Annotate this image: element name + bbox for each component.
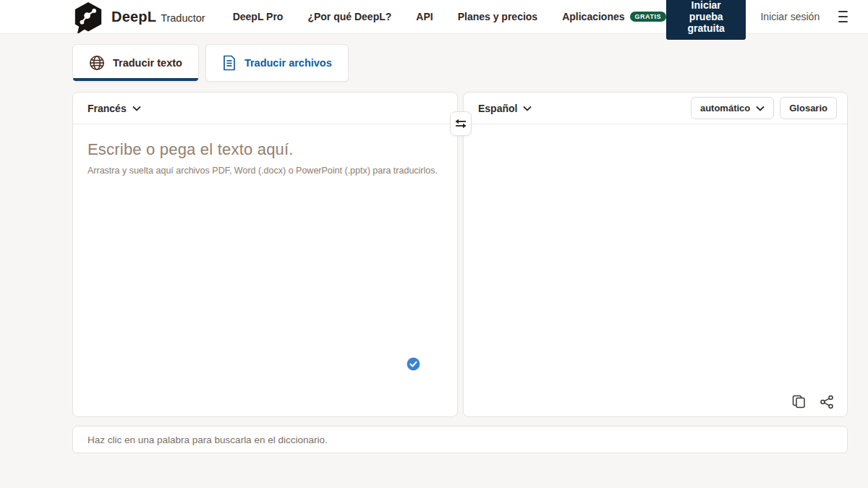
nav-item-label: DeepL Pro [233,11,284,22]
nav-item-why-deepl[interactable]: ¿Por qué DeepL? [307,11,391,22]
document-icon [222,55,237,71]
chevron-down-icon [132,106,141,111]
glossary-button[interactable]: Glosario [780,97,837,119]
source-text-input[interactable]: Escribe o pega el texto aquí. Arrastra y… [73,124,457,176]
swap-languages-button[interactable] [450,111,472,136]
login-link[interactable]: Iniciar sesión [760,11,820,22]
dictionary-bar[interactable]: Haz clic en una palabra para buscarla en… [72,426,848,453]
brand-name: DeepL [111,9,156,25]
copy-icon[interactable] [791,394,807,409]
globe-icon [89,55,105,71]
hamburger-menu-icon[interactable] [838,11,848,22]
chevron-down-icon [756,106,765,111]
nav-item-plans-prices[interactable]: Planes y precios [458,11,538,22]
chevron-down-icon [523,106,532,111]
tab-label: Traducir texto [113,57,182,69]
target-panel: Español automático Glosario [463,92,848,417]
source-language-label: Francés [88,103,127,114]
nav-item-api[interactable]: API [416,11,433,22]
brand-subtitle: Traductor [161,12,205,24]
nav-item-label: API [416,11,433,22]
nav-item-label: Planes y precios [458,11,538,22]
source-panel: Francés Escribe o pega el texto aquí. Ar… [72,92,458,417]
dictionary-hint-text: Haz clic en una palabra para buscarla en… [88,435,328,445]
output-actions [791,394,834,409]
start-free-trial-button[interactable]: Iniciar prueba gratuita [666,0,746,40]
input-placeholder-subtitle: Arrastra y suelta aquí archivos PDF, Wor… [88,166,443,176]
nav-item-label: Aplicaciones [562,11,624,22]
top-navigation-bar: DeepL Traductor DeepL Pro ¿Por qué DeepL… [0,0,868,34]
translator-workspace: Francés Escribe o pega el texto aquí. Ar… [0,92,868,417]
target-text-output[interactable] [464,124,847,140]
deepl-hexagon-icon [72,1,104,33]
formality-dropdown[interactable]: automático [691,97,774,119]
tab-label: Traducir archivos [244,57,332,69]
deepl-logo[interactable]: DeepL Traductor [72,0,205,33]
main-nav: DeepL Pro ¿Por qué DeepL? API Planes y p… [233,11,666,22]
input-placeholder-title: Escribe o pega el texto aquí. [88,140,443,159]
nav-item-deepl-pro[interactable]: DeepL Pro [233,11,284,22]
target-language-label: Español [478,103,517,114]
source-panel-header: Francés [73,93,457,124]
swap-arrows-icon [454,118,467,129]
formality-label: automático [700,103,750,114]
nav-item-label: ¿Por qué DeepL? [307,11,391,22]
tab-translate-files[interactable]: Traducir archivos [205,44,349,82]
tab-translate-text[interactable]: Traducir texto [72,44,199,82]
source-language-selector[interactable]: Francés [88,103,141,114]
nav-item-apps[interactable]: Aplicaciones GRATIS [562,11,666,22]
gratis-badge: GRATIS [630,12,666,22]
share-icon[interactable] [819,394,834,409]
header-actions: Iniciar prueba gratuita Iniciar sesión [666,0,848,40]
translator-tabs: Traducir texto Traducir archivos [72,44,868,82]
target-panel-header: Español automático Glosario [464,93,847,124]
check-circle-icon[interactable] [407,357,420,371]
target-language-selector[interactable]: Español [478,103,532,114]
